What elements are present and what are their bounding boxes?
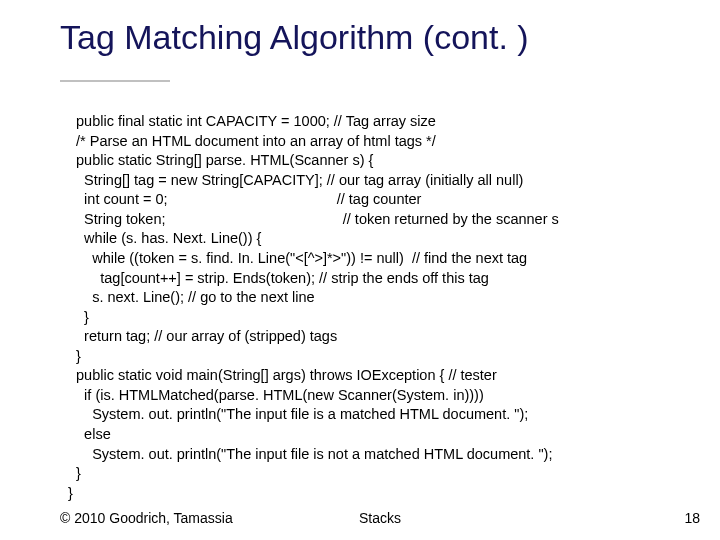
code-block: public final static int CAPACITY = 1000;… bbox=[68, 112, 690, 503]
title-underline bbox=[60, 80, 170, 82]
footer-topic: Stacks bbox=[60, 510, 700, 526]
slide: Tag Matching Algorithm (cont. ) public f… bbox=[0, 0, 720, 540]
slide-title: Tag Matching Algorithm (cont. ) bbox=[60, 18, 529, 57]
footer-page-number: 18 bbox=[684, 510, 700, 526]
